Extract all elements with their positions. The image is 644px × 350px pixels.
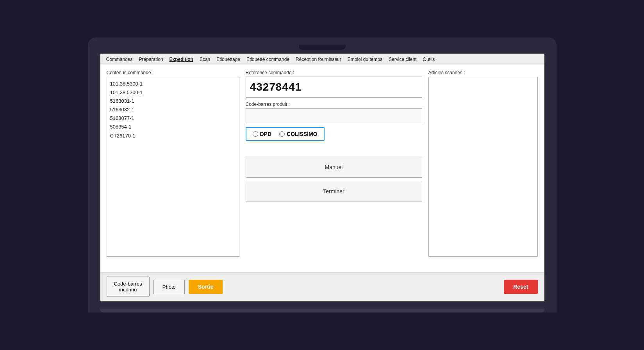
left-panel: Contenus commande : 101.38.5300-1 101.38… (107, 70, 239, 266)
sortie-button[interactable]: Sortie (189, 280, 223, 294)
reset-button[interactable]: Reset (504, 280, 537, 294)
articles-scannes-list (428, 77, 538, 257)
list-item: 508354-1 (110, 123, 236, 131)
menu-reception-fournisseur[interactable]: Réception fournisseur (293, 55, 344, 63)
contenus-commande-list[interactable]: 101.38.5300-1 101.38.5200-1 5163031-1 51… (107, 77, 239, 257)
reference-value: 43278441 (246, 77, 422, 98)
main-content: Contenus commande : 101.38.5300-1 101.38… (100, 65, 544, 272)
laptop-base (100, 302, 545, 309)
reference-label: Référence commande : (246, 70, 422, 75)
barcode-field-group: Code-barres produit : (246, 102, 422, 123)
list-item: 5163031-1 (110, 97, 236, 105)
photo-button[interactable]: Photo (153, 280, 185, 294)
menu-service-client[interactable]: Service client (386, 55, 419, 63)
menu-expedition[interactable]: Expedition (167, 55, 196, 63)
code-barres-inconnu-button[interactable]: Code-barres inconnu (107, 277, 150, 297)
radio-dpd-option[interactable]: DPD (253, 131, 272, 137)
menu-scan[interactable]: Scan (197, 55, 213, 63)
list-item: 101.38.5200-1 (110, 88, 236, 97)
center-panel: Référence commande : 43278441 Code-barre… (246, 70, 422, 266)
menu-etiquettage[interactable]: Etiquettage (214, 55, 243, 63)
menu-etiquette-commande[interactable]: Etiquette commande (244, 55, 292, 63)
list-item: 5163032-1 (110, 105, 236, 114)
contenus-commande-label: Contenus commande : (107, 70, 239, 75)
list-item: CT26170-1 (110, 132, 236, 140)
menubar: Commandes Préparation Expedition Scan Et… (100, 54, 544, 65)
list-item: 101.38.5300-1 (110, 80, 236, 88)
reference-field-group: Référence commande : 43278441 (246, 70, 422, 98)
radio-dpd-label: DPD (260, 131, 272, 137)
terminer-button[interactable]: Terminer (246, 181, 422, 202)
carrier-radio-group: DPD COLISSIMO (246, 127, 325, 141)
manuel-button[interactable]: Manuel (246, 157, 422, 178)
list-item: 5163077-1 (110, 114, 236, 123)
laptop-notch (299, 45, 346, 50)
menu-emploi-du-temps[interactable]: Emploi du temps (345, 55, 385, 63)
right-panel: Articles scannés : (428, 70, 538, 266)
radio-colissimo-label: COLISSIMO (287, 131, 318, 137)
radio-dpd[interactable] (253, 131, 258, 137)
radio-colissimo-option[interactable]: COLISSIMO (279, 131, 318, 137)
radio-colissimo[interactable] (279, 131, 285, 137)
barcode-label: Code-barres produit : (246, 102, 422, 107)
menu-outils[interactable]: Outils (420, 55, 438, 63)
menu-commandes[interactable]: Commandes (103, 55, 136, 63)
barcode-input[interactable] (246, 108, 422, 123)
bottom-bar: Code-barres inconnu Photo Sortie Reset (100, 272, 544, 301)
laptop-foot (100, 309, 545, 312)
menu-preparation[interactable]: Préparation (136, 55, 166, 63)
articles-scannes-label: Articles scannés : (428, 70, 538, 75)
